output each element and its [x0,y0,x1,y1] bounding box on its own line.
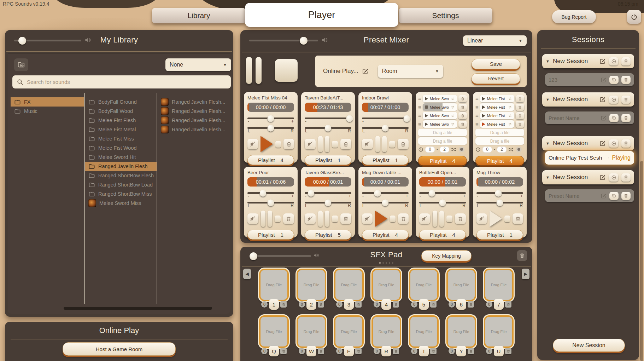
track-delete-button[interactable] [458,112,467,119]
card-balance-slider[interactable] [419,202,466,204]
drag-handle-icon[interactable]: ≡ [475,122,479,126]
chevron-down-icon[interactable]: ▼ [546,97,550,102]
drag-file-slot[interactable]: Drag a file [475,137,524,145]
track-pill[interactable]: Melee Swor... [423,103,457,111]
playlist-button[interactable]: Playlist4 [418,156,467,166]
track-pill[interactable]: Melee Swor... [423,95,457,102]
sfx-pad-slot[interactable]: Drag File [371,315,401,348]
stop-button[interactable] [332,141,338,148]
drag-handle-icon[interactable]: ≡ [418,97,421,101]
card-balance-slider[interactable] [476,202,523,204]
edit-icon[interactable] [599,96,606,103]
drag-handle-icon[interactable]: ≡ [418,105,421,109]
card-balance-slider[interactable] [247,127,294,129]
delete-button[interactable] [340,139,351,149]
playlist-button[interactable]: Playlist5 [305,230,351,240]
pad-delete-button[interactable] [505,301,511,308]
stop-button[interactable] [275,216,281,222]
loop-icon[interactable] [508,105,512,109]
subfolder-item[interactable]: BodyFall Ground [85,97,157,107]
sound-file-item[interactable]: Ranged Javelin Flesh... [157,125,228,134]
card-volume-slider[interactable] [247,118,294,119]
play-icon[interactable] [482,114,485,118]
save-button[interactable]: Save [472,59,520,69]
mute-button[interactable] [247,139,258,149]
library-horizontal-scrollbar[interactable] [64,307,212,310]
chevron-down-icon[interactable]: ▼ [546,175,550,179]
power-button[interactable] [627,10,641,24]
card-balance-slider[interactable] [362,202,409,204]
delete-preset-button[interactable] [621,192,631,200]
tab-library[interactable]: Library [152,8,246,23]
stop-button[interactable] [275,141,281,148]
pad-key-badge[interactable]: 1 [269,299,279,310]
sfx-pad-slot[interactable]: Drag File [334,269,364,301]
mute-button[interactable] [476,213,487,224]
play-button[interactable] [490,211,502,227]
pad-delete-button[interactable] [355,301,362,308]
delete-button[interactable] [283,139,294,149]
delete-session-button[interactable] [621,96,631,104]
pause-button[interactable] [318,211,329,227]
play-icon[interactable] [482,122,485,126]
add-preset-button[interactable] [609,139,618,148]
playlist-button[interactable]: Playlist1 [305,155,351,165]
sfx-pad-slot[interactable]: Drag File [446,315,476,348]
room-dropdown[interactable]: Room▼ [378,65,443,78]
delete-button[interactable] [398,139,409,149]
sfx-pad-slot[interactable]: Drag File [297,269,326,301]
delete-button[interactable] [283,213,294,224]
tab-settings[interactable]: Settings [399,8,492,23]
subfolder-item[interactable]: Melee Fist Miss [85,134,157,143]
interval-max-field[interactable]: 2 [497,147,507,153]
drag-file-slot[interactable]: Drag a file [475,129,524,136]
card-balance-slider[interactable] [362,127,409,129]
edit-icon[interactable] [599,140,606,147]
pad-scroll-left-button[interactable]: ◀ [243,269,251,279]
pad-delete-button[interactable] [468,301,474,308]
pad-key-badge[interactable]: W [306,346,316,356]
delete-session-button[interactable] [621,57,631,65]
shuffle-icon[interactable] [451,147,456,152]
edit-icon[interactable] [601,193,607,199]
playlist-button[interactable]: Playlist4 [247,155,294,165]
sfx-pad-slot[interactable]: Drag File [446,269,476,301]
mute-button[interactable] [305,139,316,149]
folder-item-music[interactable]: Music [11,107,84,116]
add-preset-button[interactable] [609,96,618,104]
repeat-toggle[interactable] [459,147,464,152]
loop-icon[interactable] [451,122,455,126]
duplicate-preset-button[interactable] [609,76,619,84]
pad-delete-button[interactable] [318,348,324,354]
subfolder-item[interactable]: Melee Fist Flesh [85,116,157,125]
delete-button[interactable] [513,213,523,224]
revert-button[interactable]: Revert [472,73,520,84]
play-button[interactable] [260,136,273,152]
track-delete-button[interactable] [516,104,524,111]
track-pill[interactable]: Melee Fist ... [480,95,514,102]
sfx-pad-slot[interactable]: Drag File [409,269,439,301]
delete-button[interactable] [398,213,409,224]
subfolder-item[interactable]: Melee Sword Hit [85,153,157,162]
play-button[interactable] [375,211,387,227]
tab-player[interactable]: Player [245,3,398,27]
edit-icon[interactable] [608,155,609,161]
repeat-toggle[interactable] [516,147,522,152]
shuffle-icon[interactable] [508,147,514,152]
pad-key-badge[interactable]: Q [269,346,279,356]
edit-icon[interactable] [601,77,607,83]
interval-max-field[interactable]: 2 [440,147,449,153]
card-volume-slider[interactable] [476,192,523,194]
card-balance-slider[interactable] [247,202,294,204]
subfolder-item[interactable]: BodyFall Wood [85,107,157,116]
add-preset-button[interactable] [609,173,618,182]
delete-session-button[interactable] [621,173,631,182]
subfolder-item[interactable]: Ranged ShortBow Flesh [85,171,157,180]
play-icon[interactable] [425,122,428,126]
session-header[interactable]: ▼ New Session [542,92,634,107]
pad-key-badge[interactable]: 2 [306,299,316,310]
pad-delete-button[interactable] [468,348,474,354]
folder-item-fx[interactable]: FX [11,97,84,107]
mute-button[interactable] [305,213,316,224]
sfx-pad-slot[interactable]: Drag File [334,315,364,348]
